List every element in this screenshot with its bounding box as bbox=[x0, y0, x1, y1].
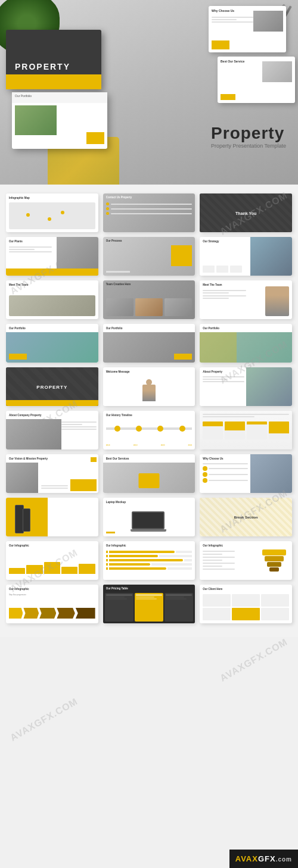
slide-title-port3: Our Portfolio bbox=[203, 327, 219, 330]
slide-row-8: Phone Mockup Laptop Mockup Break Section bbox=[6, 498, 292, 536]
slide-lines-plants bbox=[9, 246, 52, 254]
team-photo-2 bbox=[135, 298, 163, 316]
timeline-dot-1 bbox=[114, 426, 120, 432]
slide-thumb-about: About Property bbox=[200, 367, 292, 406]
process-line bbox=[106, 271, 130, 273]
map-pin-2 bbox=[48, 217, 51, 221]
avax-yellow: AVAX bbox=[235, 854, 258, 863]
why-image bbox=[253, 11, 283, 32]
port3-overlay bbox=[200, 332, 237, 363]
avax-text: AVAXGFX bbox=[235, 854, 276, 863]
arrow-4 bbox=[57, 608, 74, 619]
slide-title-infographic3: Our Infographic bbox=[203, 544, 223, 547]
creative-photos bbox=[106, 298, 193, 316]
avax-dotcom: .com bbox=[276, 856, 292, 863]
process-title: Our Process bbox=[106, 239, 122, 242]
laptop-device bbox=[132, 511, 166, 532]
slide-thumb-vision: Our Vision & Mission Property bbox=[6, 454, 98, 493]
phone-device-2 bbox=[23, 508, 30, 532]
slide-thumb-team1: Meet The Team bbox=[6, 280, 98, 319]
slide-thumb-team2: Meet The Team bbox=[200, 280, 292, 319]
slide-title-company: About Company Property bbox=[9, 414, 42, 417]
client-logo-1 bbox=[203, 594, 231, 607]
slide-row-5: PROPERTY Welcome Message About Property bbox=[6, 367, 292, 406]
hero-main-title: Property bbox=[211, 124, 286, 143]
client-logo-4 bbox=[203, 608, 231, 620]
slide-thumb-infographic3: Our Infographic bbox=[200, 541, 292, 580]
team2-person bbox=[265, 286, 289, 316]
slide-row-10: Our Infographic Step flow progression Ou… bbox=[6, 585, 292, 623]
client-logo-6 bbox=[261, 608, 289, 620]
vision-img bbox=[6, 463, 38, 493]
welcome-head bbox=[146, 379, 152, 385]
slide-thumb-port1: Our Portfolio bbox=[6, 324, 98, 363]
funnel-3 bbox=[267, 562, 281, 567]
slide-bar-plants bbox=[6, 268, 98, 276]
slide-thumb-strategy: Our Strategy bbox=[200, 237, 292, 276]
infographic1-bars bbox=[9, 559, 95, 574]
slide-title-infographic1: Our Infographic bbox=[9, 544, 29, 547]
timeline-years: 2018 2019 2020 2021 bbox=[106, 444, 193, 447]
slide-title-client: Our Client Here bbox=[203, 588, 222, 591]
slide-title-vision: Our Vision & Mission Property bbox=[9, 457, 48, 460]
funnel-4 bbox=[269, 567, 279, 572]
slide-thumb-pricing: Our Pricing Table bbox=[103, 585, 195, 623]
slide-title-infographic2: Our Infographic bbox=[106, 544, 126, 547]
slide-thumb-thankyou: Thank You bbox=[200, 193, 292, 232]
thankyou-text: Thank You bbox=[235, 211, 256, 215]
slide-img-strategy bbox=[250, 237, 292, 276]
slide-title-history: Our History Timeline bbox=[106, 414, 132, 417]
vision-yellow bbox=[70, 479, 96, 491]
client-logo-2 bbox=[232, 594, 260, 607]
cover-bar bbox=[6, 400, 98, 406]
slide-thumb-break: Break Section bbox=[200, 498, 292, 536]
slide-thumb-port2: Our Portfolio bbox=[103, 324, 195, 363]
slide-row-7: Our Vision & Mission Property Best Our S… bbox=[6, 454, 292, 493]
why-yellow bbox=[212, 40, 229, 49]
watermark-8: AVAXGFX.COM bbox=[8, 696, 80, 743]
arrow-1 bbox=[9, 608, 23, 619]
map-pin-3 bbox=[61, 211, 64, 214]
hero-subtitle: Property Presentation Template bbox=[211, 143, 286, 149]
arrow-2 bbox=[23, 608, 39, 619]
slide-title-welcome: Welcome Message bbox=[106, 370, 130, 373]
creative-title: Team Creative Here bbox=[106, 283, 131, 286]
vision-badge bbox=[91, 457, 97, 462]
contact-lines bbox=[106, 202, 193, 217]
preview-section: Infographic Map Contact Us Property Than… bbox=[0, 185, 298, 637]
slide-thumb-map: Infographic Map bbox=[6, 193, 98, 232]
services-yellow bbox=[138, 473, 159, 488]
slide-thumb-contact: Contact Us Property bbox=[103, 193, 195, 232]
slide-row-2: Our Plants Our Process Our Strategy bbox=[6, 237, 292, 276]
watermark-4: AVAXGFX.COM bbox=[218, 636, 290, 683]
slide-thumb-company: About Company Property bbox=[6, 411, 98, 449]
slide-row-9: Our Infographic Our Infographic Our Info… bbox=[6, 541, 292, 580]
funnel-container bbox=[262, 549, 286, 577]
funnel-1 bbox=[262, 549, 286, 555]
property-slide-hero: PROPERTY bbox=[6, 30, 101, 89]
team1-photo bbox=[9, 295, 95, 316]
portfolio-slide-hero: Our Portfolio bbox=[12, 92, 107, 149]
slide-thumb-why-choose: Why Choose Us bbox=[200, 454, 292, 493]
why-img bbox=[250, 454, 292, 493]
slide-title-map: Infographic Map bbox=[9, 196, 30, 199]
slide-thumb-arrows: Our Infographic Step flow progression bbox=[6, 585, 98, 623]
map-pin-1 bbox=[26, 213, 30, 217]
company-img bbox=[6, 419, 61, 449]
timeline-dot-4 bbox=[179, 426, 185, 432]
why-content: Why Choose Us bbox=[209, 6, 286, 52]
bar-4 bbox=[61, 567, 77, 574]
strategy-stats bbox=[203, 266, 242, 273]
slide-thumb-cover: PROPERTY bbox=[6, 367, 98, 406]
slide-title-team2: Meet The Team bbox=[203, 283, 222, 286]
why-slide-hero: Why Choose Us bbox=[209, 6, 286, 52]
slide-title-port1: Our Portfolio bbox=[9, 327, 26, 330]
slide-thumb-laptop: Laptop Mockup bbox=[103, 498, 195, 536]
timeline-dot-3 bbox=[157, 426, 163, 432]
laptop-accent bbox=[106, 532, 115, 533]
hero-section: PROPERTY Our Portfolio Why Choose Us Bes… bbox=[0, 0, 298, 185]
slide-title-services: Best Our Services bbox=[106, 457, 129, 460]
history-cols bbox=[203, 421, 289, 439]
slide-title-arrows: Our Infographic bbox=[9, 588, 29, 591]
slide-title-plants: Our Plants bbox=[9, 240, 23, 243]
